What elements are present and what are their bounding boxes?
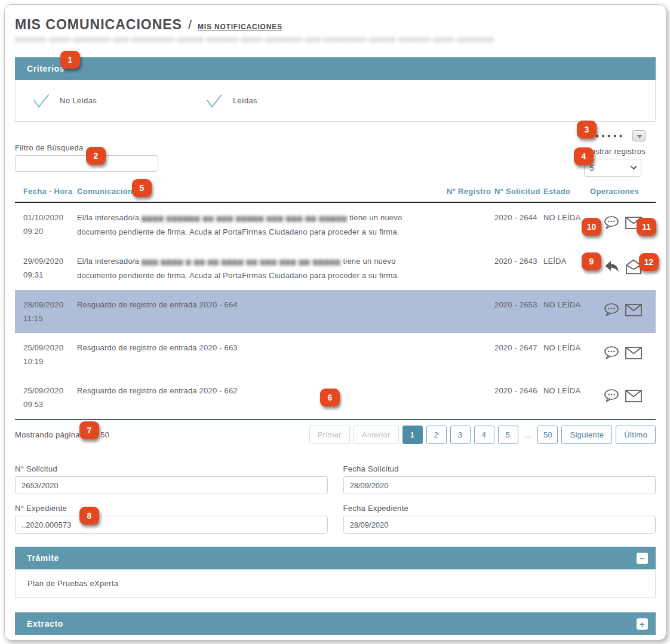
extracto-header: Extracto + — [15, 612, 656, 635]
tramite-panel: Trámite − Plan de Pruebas eXperta — [15, 547, 656, 598]
cell-solicitud: 2020 - 2653 — [494, 298, 543, 312]
mail-closed-icon[interactable] — [625, 347, 642, 359]
cell-fecha: 25/09/202009:53 — [15, 384, 77, 411]
next-page-button[interactable]: Siguiente — [561, 426, 612, 444]
cell-fecha: 25/09/202010:19 — [15, 341, 77, 368]
n-solicitud-label: N° Solicitud — [15, 464, 328, 473]
dots-group: •••••• — [590, 130, 646, 141]
criterios-title: Criterios — [27, 64, 64, 73]
fecha-solicitud-label: Fecha Solicitud — [343, 464, 656, 473]
cell-comunicacion: El/la interesado/a ▆▆▆ ▆▆▆▆ ▆ ▆▆ ▆▆ ▆▆▆▆… — [77, 254, 447, 282]
check-icon — [205, 93, 223, 109]
criterios-body: No Leídas Leídas — [15, 80, 656, 122]
page-button-5[interactable]: 5 — [498, 426, 518, 444]
redacted-name: ▆▆▆▆ ▆▆▆▆▆▆ ▆▆ ▆▆▆ ▆▆▆▆▆ ▆▆▆ ▆▆▆ ▆▆ ▆▆▆▆… — [142, 214, 348, 221]
table-row-selected[interactable]: 28/09/202011:15 Resguardo de registro de… — [15, 290, 656, 333]
checkbox-label: No Leídas — [60, 96, 97, 105]
check-icon — [32, 93, 50, 109]
cell-fecha: 28/09/202011:15 — [15, 298, 77, 325]
table-header-row: Fecha - Hora Comunicación N° Registro N°… — [15, 186, 656, 203]
comment-icon[interactable] — [604, 215, 620, 230]
extracto-title: Extracto — [27, 619, 63, 628]
page-button-50[interactable]: 50 — [537, 426, 558, 444]
field-n-expediente: N° Expediente — [15, 504, 328, 534]
mis-notificaciones-link[interactable]: MIS NOTIFICACIONES — [198, 23, 282, 31]
checkbox-label: Leídas — [233, 96, 257, 105]
annotation-badge-8: 8 — [79, 507, 99, 525]
cell-fecha: 01/10/202009:20 — [15, 211, 77, 238]
mail-closed-icon[interactable] — [625, 390, 642, 402]
page-button-3[interactable]: 3 — [450, 426, 471, 444]
cell-solicitud: 2020 - 2646 — [494, 384, 543, 398]
page-title: MIS COMUNICACIONES — [15, 17, 182, 33]
cell-estado: NO LEÍDA — [543, 298, 590, 312]
col-operaciones[interactable]: Operaciones — [590, 186, 656, 196]
criterios-panel: Criterios No Leídas Leídas — [15, 57, 656, 122]
mail-closed-icon[interactable] — [625, 304, 642, 316]
cell-operaciones — [590, 384, 656, 403]
page-button-1[interactable]: 1 — [402, 426, 423, 444]
extracto-panel: Extracto + — [15, 612, 656, 635]
annotation-badge-10: 10 — [582, 218, 601, 236]
checkbox-leidas[interactable]: Leídas — [205, 93, 257, 109]
expand-icon[interactable]: + — [637, 618, 648, 630]
reply-icon[interactable] — [604, 260, 620, 273]
cell-operaciones — [590, 298, 656, 317]
fecha-solicitud-input[interactable] — [343, 476, 656, 494]
fecha-expediente-label: Fecha Expediente — [343, 504, 656, 513]
table-controls: Filtro de Búsqueda •••••• Mostrar regist… — [15, 130, 656, 185]
field-fecha-expediente: Fecha Expediente — [343, 504, 656, 534]
chevron-down-icon — [637, 135, 643, 138]
comment-icon[interactable] — [604, 303, 620, 317]
page-header: MIS COMUNICACIONES / MIS NOTIFICACIONES — [15, 14, 656, 33]
criterios-header: Criterios — [15, 57, 656, 80]
col-solicitud[interactable]: N° Solicitud — [494, 186, 543, 196]
prev-page-button[interactable]: Anterior — [354, 426, 399, 444]
page-button-2[interactable]: 2 — [426, 426, 447, 444]
annotation-badge-5: 5 — [132, 179, 152, 197]
annotation-badge-2: 2 — [86, 147, 106, 165]
page-button-4[interactable]: 4 — [474, 426, 494, 444]
cell-solicitud: 2020 - 2643 — [494, 254, 543, 268]
communications-table: Fecha - Hora Comunicación N° Registro N°… — [15, 186, 656, 420]
title-separator: / — [188, 17, 192, 33]
cell-fecha: 29/09/202009:31 — [15, 254, 77, 282]
comment-icon[interactable] — [604, 346, 620, 360]
table-row[interactable]: 25/09/202010:19 Resguardo de registro de… — [15, 333, 656, 376]
tramite-body: Plan de Pruebas eXperta — [15, 569, 656, 598]
table-row[interactable]: 01/10/202009:20 El/la interesado/a ▆▆▆▆ … — [15, 203, 656, 246]
annotation-badge-6: 6 — [320, 389, 340, 406]
tramite-title: Trámite — [27, 553, 59, 563]
col-estado[interactable]: Estado — [543, 186, 590, 196]
cell-comunicacion: Resguardo de registro de entrada 2020 - … — [77, 341, 447, 355]
annotation-badge-1: 1 — [60, 51, 80, 69]
cell-comunicacion: Resguardo de registro de entrada 2020 - … — [77, 384, 447, 398]
annotation-badge-7: 7 — [79, 421, 99, 439]
checkbox-no-leidas[interactable]: No Leídas — [32, 93, 97, 109]
field-fecha-solicitud: Fecha Solicitud — [343, 464, 656, 494]
page-frame: MIS COMUNICACIONES / MIS NOTIFICACIONES … — [4, 4, 666, 640]
n-solicitud-input[interactable] — [15, 476, 328, 494]
redacted-name: ▆▆▆ ▆▆▆▆ ▆ ▆▆ ▆▆ ▆▆▆▆ ▆▆ ▆▆▆ ▆▆▆ ▆▆ ▆▆▆▆… — [142, 258, 341, 265]
table-row[interactable]: 29/09/202009:31 El/la interesado/a ▆▆▆ ▆… — [15, 246, 656, 290]
annotation-badge-3: 3 — [577, 121, 597, 138]
n-expediente-label: N° Expediente — [15, 504, 328, 513]
fecha-expediente-input[interactable] — [343, 516, 656, 534]
annotation-badge-12: 12 — [639, 253, 659, 271]
col-registro[interactable]: N° Registro — [447, 186, 494, 196]
collapse-icon[interactable]: − — [637, 553, 648, 564]
cell-estado: NO LEÍDA — [543, 384, 590, 398]
cell-estado: NO LEÍDA — [543, 341, 590, 355]
dots-dropdown-button[interactable] — [632, 130, 646, 141]
pager-buttons: Primer Anterior 1 2 3 4 5 ... 50 Siguien… — [309, 426, 656, 444]
pagination: Mostrando página 1 de 50 Primer Anterior… — [15, 420, 656, 444]
first-page-button[interactable]: Primer — [309, 426, 350, 444]
comment-icon[interactable] — [604, 389, 620, 403]
n-expediente-input[interactable] — [15, 516, 328, 534]
annotation-badge-4: 4 — [574, 147, 594, 165]
field-n-solicitud: N° Solicitud — [15, 464, 328, 494]
last-page-button[interactable]: Último — [616, 426, 656, 444]
col-fecha-hora[interactable]: Fecha - Hora — [15, 186, 77, 196]
cell-comunicacion: Resguardo de registro de entrada 2020 - … — [77, 298, 447, 312]
cell-solicitud: 2020 - 2647 — [494, 341, 543, 355]
